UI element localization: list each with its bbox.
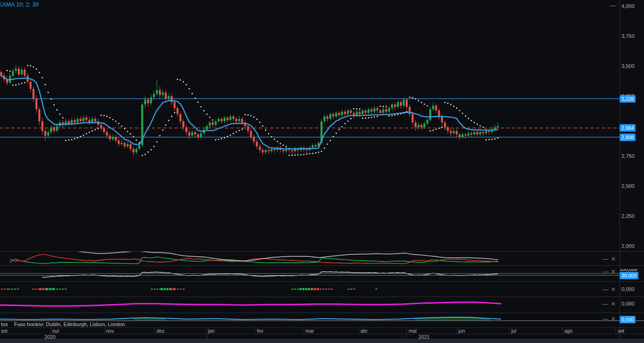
month-label-fev[interactable]: fev	[257, 328, 263, 334]
candle	[24, 70, 26, 76]
candle	[41, 121, 43, 131]
candle	[30, 82, 31, 89]
candle	[144, 100, 146, 104]
candle	[338, 113, 340, 115]
candle	[112, 137, 114, 139]
candle	[450, 131, 452, 133]
candle	[262, 150, 263, 152]
price-line-label: 2,984	[620, 124, 636, 132]
month-label-out[interactable]: out	[52, 328, 59, 334]
candle	[129, 144, 131, 149]
candle	[182, 121, 184, 127]
candle	[229, 117, 231, 120]
candle	[350, 111, 352, 113]
candle	[44, 131, 46, 135]
candle	[180, 114, 181, 121]
main-pane-collapse-icon[interactable]: —	[610, 2, 616, 8]
candle	[453, 131, 455, 133]
timezone-text[interactable]: Fuso horário: Dublin, Edinburgh, Lisbon,…	[14, 321, 125, 327]
price-line-label: 2,908	[620, 134, 636, 141]
month-label-set[interactable]: set	[618, 328, 624, 334]
candle	[191, 132, 193, 136]
candle	[15, 68, 17, 71]
month-label-dez[interactable]: dez	[157, 328, 165, 334]
price-axis-tick: 2,750	[622, 153, 635, 159]
candle	[435, 105, 437, 110]
panel-value-label: 30,000	[620, 272, 638, 279]
candle	[464, 134, 466, 136]
candle	[118, 141, 120, 144]
candle	[418, 125, 419, 127]
candle	[159, 90, 161, 95]
candle	[497, 126, 499, 127]
price-axis-tick: 3,750	[622, 33, 635, 39]
status-left-fragment: tos	[1, 321, 8, 327]
candle	[432, 105, 434, 109]
candle	[76, 119, 78, 123]
candle	[18, 68, 20, 75]
kama-line	[1, 75, 498, 149]
candle	[47, 132, 49, 136]
candle	[323, 117, 325, 121]
candle	[467, 133, 469, 135]
candle	[268, 150, 270, 151]
candle	[256, 142, 258, 146]
candle	[235, 119, 237, 121]
candle	[312, 145, 314, 148]
candle	[68, 121, 70, 124]
panel-close-button[interactable]: ✕	[611, 256, 616, 262]
candle	[106, 132, 108, 136]
candle	[462, 134, 464, 137]
candle	[291, 150, 293, 151]
candle	[241, 119, 243, 123]
candle	[100, 125, 102, 128]
candle	[200, 133, 202, 137]
candle	[265, 150, 267, 152]
candle	[21, 70, 22, 75]
month-label-mar[interactable]: mar	[306, 328, 314, 334]
candle	[429, 109, 431, 120]
candle	[482, 132, 484, 134]
candle	[194, 132, 196, 134]
candle	[332, 114, 334, 116]
candle	[147, 100, 149, 104]
panel-minimize-button[interactable]: —	[602, 286, 608, 292]
candle	[427, 120, 428, 124]
month-label-set[interactable]: set	[1, 328, 7, 334]
candle	[215, 121, 217, 125]
candle	[476, 132, 478, 134]
panel-minimize-button[interactable]: —	[602, 301, 608, 307]
candle	[270, 149, 272, 151]
candle	[406, 100, 408, 107]
candle	[168, 96, 170, 98]
candle	[89, 120, 90, 122]
candle	[82, 118, 84, 121]
month-label-mai[interactable]: mai	[409, 328, 417, 334]
panel-close-button[interactable]: ✕	[611, 286, 616, 292]
candle	[391, 104, 393, 108]
panel-minimize-button[interactable]: —	[602, 268, 608, 275]
panel-close-button[interactable]: ✕	[611, 268, 616, 275]
candle	[91, 119, 93, 123]
month-label-jan[interactable]: jan	[208, 328, 215, 334]
candle	[71, 120, 73, 124]
price-axis-tick: 2,000	[622, 243, 635, 249]
month-label-abr[interactable]: abr	[360, 328, 367, 334]
candle	[347, 111, 349, 114]
candle	[438, 111, 440, 117]
candle	[488, 131, 490, 132]
panel-minimize-button[interactable]: —	[602, 256, 608, 262]
panel-oscillator	[42, 272, 498, 277]
month-label-nov[interactable]: nov	[106, 328, 114, 334]
candle	[12, 71, 14, 75]
candle	[282, 150, 284, 151]
candle	[38, 109, 40, 121]
panel-close-button[interactable]: ✕	[611, 301, 616, 307]
month-label-jun[interactable]: jun	[458, 328, 465, 334]
month-label-jul[interactable]: jul	[511, 328, 517, 334]
month-label-ago[interactable]: ago	[564, 328, 573, 334]
candle	[359, 112, 360, 114]
price-line-label: 3,228	[620, 95, 636, 103]
candle	[80, 119, 82, 121]
candle	[403, 100, 404, 106]
